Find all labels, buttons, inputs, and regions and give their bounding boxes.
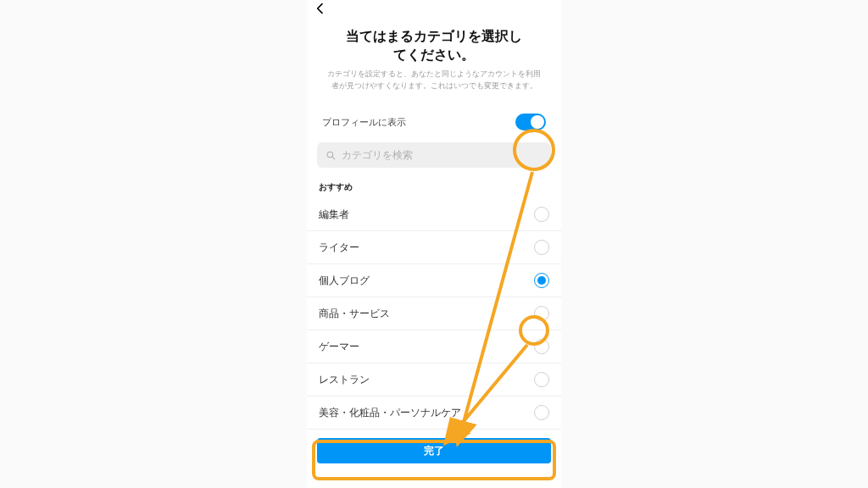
done-button[interactable]: 完了 (317, 438, 551, 463)
category-radio[interactable] (534, 306, 549, 321)
category-radio[interactable] (534, 207, 549, 222)
search-icon (326, 150, 337, 161)
category-item[interactable]: 個人ブログ (307, 264, 561, 297)
category-radio[interactable] (534, 372, 549, 387)
category-item[interactable]: 美容・化粧品・パーソナルケア (307, 396, 561, 430)
search-wrap (307, 142, 561, 176)
top-bar (307, 0, 561, 20)
show-on-profile-row: プロフィールに表示 (307, 107, 561, 142)
search-box[interactable] (317, 142, 551, 168)
category-radio[interactable] (534, 405, 549, 420)
category-radio[interactable] (534, 240, 549, 255)
category-item[interactable]: 編集者 (307, 198, 561, 231)
category-radio[interactable] (534, 273, 549, 288)
footer: 完了 (307, 430, 561, 477)
svg-line-1 (332, 157, 335, 159)
category-label: レストラン (319, 374, 370, 386)
category-label: ゲーマー (319, 341, 359, 353)
svg-point-0 (327, 152, 333, 158)
category-item[interactable]: レストラン (307, 363, 561, 396)
category-label: 商品・サービス (319, 308, 390, 320)
screen: 当てはまるカテゴリを選択し てください。 カテゴリを設定すると、あなたと同じよう… (307, 0, 561, 488)
category-list: 編集者ライター個人ブログ商品・サービスゲーマーレストラン美容・化粧品・パーソナル… (307, 198, 561, 430)
category-radio[interactable] (534, 339, 549, 354)
category-label: 編集者 (319, 208, 349, 221)
suggested-label: おすすめ (307, 176, 561, 198)
show-on-profile-toggle[interactable] (515, 114, 546, 130)
category-label: 個人ブログ (319, 274, 370, 287)
back-button[interactable] (314, 2, 331, 19)
search-input[interactable] (342, 149, 542, 161)
category-label: ライター (319, 241, 359, 254)
show-on-profile-label: プロフィールに表示 (322, 116, 406, 129)
category-item[interactable]: ゲーマー (307, 330, 561, 363)
category-label: 美容・化粧品・パーソナルケア (319, 407, 461, 419)
category-item[interactable]: 商品・サービス (307, 297, 561, 330)
chevron-left-icon (314, 2, 327, 15)
category-item[interactable]: ライター (307, 231, 561, 264)
page-description: カテゴリを設定すると、あなたと同じようなアカウントを利用者が見つけやすくなります… (307, 69, 561, 107)
page-title: 当てはまるカテゴリを選択し てください。 (307, 20, 561, 69)
